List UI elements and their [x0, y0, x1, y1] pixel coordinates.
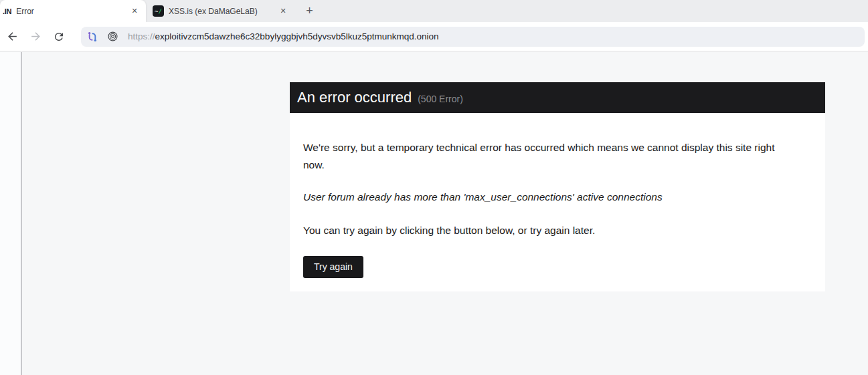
tor-circuit-icon[interactable] [86, 31, 98, 43]
tab-error[interactable]: .IN Error ✕ [0, 0, 146, 22]
navigation-bar: https://exploitivzcm5dawzhe6c32bbylyggbj… [0, 22, 868, 51]
tab-xss[interactable]: ~/ XSS.is (ex DaMaGeLaB) ✕ [149, 0, 294, 22]
error-code: (500 Error) [418, 94, 463, 104]
error-message: We're sorry, but a temporary technical e… [303, 139, 796, 174]
close-tab-icon[interactable]: ✕ [128, 5, 141, 17]
left-panel [0, 52, 22, 375]
forward-icon [29, 30, 42, 43]
retry-hint: You can try again by clicking the button… [303, 224, 812, 237]
xss-favicon-slash: / [159, 8, 162, 15]
forward-button[interactable] [29, 30, 42, 43]
xss-favicon: ~/ [153, 5, 164, 17]
tab-strip: .IN Error ✕ ~/ XSS.is (ex DaMaGeLaB) ✕ + [0, 0, 868, 22]
url-host: exploitivzcm5dawzhe6c32bbylyggbjvh5dyvsv… [155, 31, 439, 41]
exploit-in-favicon: .IN [3, 7, 11, 15]
onion-site-icon[interactable] [106, 31, 118, 43]
url-scheme: https:// [128, 31, 155, 41]
close-tab-icon[interactable]: ✕ [277, 5, 289, 17]
error-card-header: An error occurred (500 Error) [290, 82, 825, 113]
tab-xss-title: XSS.is (ex DaMaGeLaB) [169, 7, 277, 16]
error-title: An error occurred [297, 89, 412, 106]
error-card-body: We're sorry, but a temporary technical e… [290, 113, 825, 291]
url-text[interactable]: https://exploitivzcm5dawzhe6c32bbylyggbj… [128, 31, 439, 41]
new-tab-button[interactable]: + [302, 4, 317, 18]
reload-button[interactable] [52, 30, 66, 43]
back-icon [6, 30, 19, 43]
page-viewport: An error occurred (500 Error) We're sorr… [0, 52, 868, 375]
error-detail: User forum already has more than 'max_us… [303, 191, 812, 204]
tab-error-title: Error [16, 7, 128, 16]
back-button[interactable] [5, 30, 19, 43]
reload-icon [53, 31, 65, 43]
error-card: An error occurred (500 Error) We're sorr… [290, 82, 825, 291]
address-bar[interactable]: https://exploitivzcm5dawzhe6c32bbylyggbj… [81, 27, 865, 47]
try-again-button[interactable]: Try again [303, 256, 363, 278]
